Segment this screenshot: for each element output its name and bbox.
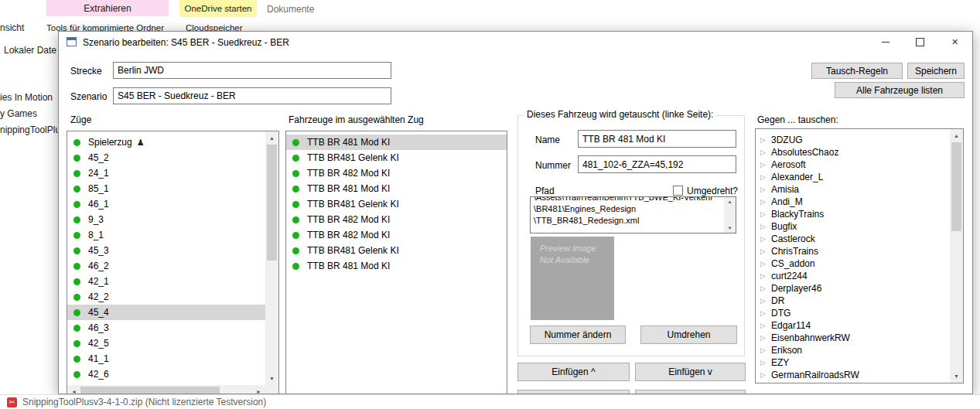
list-item[interactable]: ▷Derplayer46 bbox=[756, 282, 950, 295]
list-item[interactable]: TTB BR481 Gelenk KI bbox=[286, 150, 507, 165]
list-item[interactable]: TTB BR 481 Mod KI bbox=[286, 258, 507, 274]
expand-arrow-icon[interactable]: ▷ bbox=[760, 173, 771, 181]
list-item[interactable]: 46_1 bbox=[67, 196, 265, 212]
umgedreht-checkbox[interactable] bbox=[673, 186, 683, 196]
expand-arrow-icon[interactable]: ▷ bbox=[760, 247, 771, 255]
list-item[interactable]: 46_3 bbox=[67, 320, 265, 336]
list-item[interactable]: 9_3 bbox=[67, 212, 265, 227]
sidebar-item-snippingtool[interactable]: nippingToolPlu bbox=[0, 124, 60, 135]
expand-arrow-icon[interactable]: ▷ bbox=[760, 235, 771, 243]
ribbon-tab-extrahieren[interactable]: Extrahieren bbox=[46, 0, 169, 16]
sidebar-item-games-in-motion[interactable]: ies In Motion bbox=[0, 92, 53, 103]
list-item[interactable]: ▷Edgar114 bbox=[756, 319, 950, 332]
ribbon-tab-onedrive[interactable]: OneDrive starten bbox=[179, 0, 257, 17]
expand-arrow-icon[interactable]: ▷ bbox=[760, 371, 771, 379]
list-item[interactable]: 42_1 bbox=[67, 274, 265, 289]
zuege-list[interactable]: Spielerzug♟45_224_185_146_19_38_145_346_… bbox=[67, 131, 279, 394]
nummer-input[interactable] bbox=[578, 155, 736, 173]
expand-arrow-icon[interactable]: ▷ bbox=[760, 322, 771, 329]
szenario-input[interactable] bbox=[113, 87, 391, 104]
list-item[interactable]: ▷DR bbox=[756, 295, 950, 307]
speichern-button[interactable]: Speichern bbox=[907, 63, 965, 79]
name-input[interactable] bbox=[578, 130, 736, 148]
list-item[interactable]: 45_4 bbox=[67, 305, 265, 320]
list-item[interactable]: TTB BR 482 Mod KI bbox=[286, 227, 507, 243]
gegen-tauschen-tree[interactable]: ▷3DZUG▷AbsolutesChaoz▷Aerosoft▷Alexander… bbox=[755, 128, 964, 383]
list-item[interactable]: 42_5 bbox=[67, 336, 265, 351]
expand-arrow-icon[interactable]: ▷ bbox=[760, 297, 771, 305]
list-item[interactable]: 24_1 bbox=[67, 165, 265, 181]
list-item[interactable]: 45_2 bbox=[67, 150, 265, 165]
list-item[interactable]: ▷Amisia bbox=[756, 183, 950, 196]
list-item[interactable]: ▷Erikson bbox=[756, 344, 950, 356]
close-button[interactable]: ✕ bbox=[937, 32, 972, 53]
expand-arrow-icon[interactable]: ▷ bbox=[760, 210, 771, 218]
list-item[interactable]: ▷DTG bbox=[756, 307, 950, 319]
zuege-horizontal-scrollbar[interactable]: ◄ ► bbox=[67, 385, 265, 394]
maximize-button[interactable] bbox=[903, 32, 937, 53]
list-item[interactable]: TTB BR 482 Mod KI bbox=[286, 165, 507, 181]
list-item[interactable]: ▷EZY bbox=[756, 356, 950, 369]
list-item[interactable]: ▷Andi_M bbox=[756, 196, 950, 208]
list-item[interactable]: ▷Bugfix bbox=[756, 220, 950, 233]
expand-arrow-icon[interactable]: ▷ bbox=[760, 260, 771, 268]
dialog-titlebar[interactable]: Szenario bearbeiten: S45 BER - Suedkreuz… bbox=[59, 32, 972, 53]
list-item[interactable]: TTB BR481 Gelenk KI bbox=[286, 196, 507, 212]
expand-arrow-icon[interactable]: ▷ bbox=[760, 272, 771, 280]
expand-arrow-icon[interactable]: ▷ bbox=[760, 309, 771, 317]
expand-arrow-icon[interactable]: ▷ bbox=[760, 334, 771, 342]
list-item[interactable]: 45_3 bbox=[67, 243, 265, 258]
list-item[interactable]: TTB BR 481 Mod KI bbox=[286, 181, 507, 196]
scrollbar-thumb[interactable] bbox=[80, 387, 220, 394]
nummer-aendern-button[interactable]: Nummer ändern bbox=[530, 325, 626, 344]
strecke-input[interactable] bbox=[113, 62, 391, 79]
list-item[interactable]: ▷curt2244 bbox=[756, 270, 950, 282]
scroll-down-icon[interactable]: ▼ bbox=[724, 223, 736, 233]
list-item[interactable]: ▷CS_addon bbox=[756, 257, 950, 270]
list-item[interactable]: ▷Aerosoft bbox=[756, 158, 950, 171]
list-item[interactable]: Spielerzug♟ bbox=[67, 135, 265, 150]
list-item[interactable]: ▷3DZUG bbox=[756, 134, 950, 146]
list-item[interactable]: 46_2 bbox=[67, 258, 265, 274]
fahrzeuge-list[interactable]: TTB BR 481 Mod KITTB BR481 Gelenk KITTB … bbox=[285, 131, 507, 394]
pfad-scrollbar[interactable]: ▲ ▼ bbox=[724, 197, 736, 233]
einfuegen-up-button[interactable]: Einfügen ^ bbox=[517, 363, 630, 381]
scrollbar-thumb[interactable] bbox=[267, 145, 277, 261]
expand-arrow-icon[interactable]: ▷ bbox=[760, 346, 771, 354]
list-item[interactable]: 8_1 bbox=[67, 227, 265, 243]
expand-arrow-icon[interactable]: ▷ bbox=[760, 136, 771, 144]
scrollbar-thumb[interactable] bbox=[951, 142, 961, 231]
expand-arrow-icon[interactable]: ▷ bbox=[760, 198, 771, 206]
list-item[interactable]: 42_2 bbox=[67, 289, 265, 305]
scroll-up-icon[interactable]: ▲ bbox=[950, 129, 963, 142]
list-item[interactable]: ▷AbsolutesChaoz bbox=[756, 146, 950, 158]
scroll-left-icon[interactable]: ◄ bbox=[67, 385, 80, 394]
expand-arrow-icon[interactable]: ▷ bbox=[760, 186, 771, 193]
scroll-down-icon[interactable]: ▼ bbox=[950, 370, 963, 383]
minimize-button[interactable] bbox=[868, 32, 903, 53]
list-item[interactable]: 42_6 bbox=[67, 366, 265, 382]
expand-arrow-icon[interactable]: ▷ bbox=[760, 148, 771, 156]
list-item[interactable]: ▷GermanRailroadsRW bbox=[756, 369, 950, 381]
expand-arrow-icon[interactable]: ▷ bbox=[760, 223, 771, 230]
list-item[interactable]: ▷BlackyTrains bbox=[756, 208, 950, 220]
list-item[interactable]: TTB BR 482 Mod KI bbox=[286, 212, 507, 227]
scroll-right-icon[interactable]: ► bbox=[252, 385, 265, 394]
sidebar-item-my-games[interactable]: y Games bbox=[0, 108, 37, 119]
scroll-down-icon[interactable]: ▼ bbox=[265, 372, 278, 385]
list-item[interactable]: ▷EisenbahnwerkRW bbox=[756, 332, 950, 344]
scroll-up-icon[interactable]: ▲ bbox=[265, 131, 278, 145]
tausch-regeln-button[interactable]: Tausch-Regeln bbox=[811, 63, 903, 79]
list-item[interactable]: ▷Castlerock bbox=[756, 233, 950, 245]
list-item[interactable]: 41_1 bbox=[67, 351, 265, 366]
list-item[interactable]: TTB BR481 Gelenk KI bbox=[286, 243, 507, 258]
list-item[interactable]: TTB BR 481 Mod KI bbox=[286, 135, 507, 150]
umdrehen-button[interactable]: Umdrehen bbox=[640, 325, 737, 344]
list-item[interactable]: 85_1 bbox=[67, 181, 265, 196]
ribbon-item-lokaler[interactable]: Lokaler Date bbox=[4, 45, 56, 56]
scroll-up-icon[interactable]: ▲ bbox=[724, 197, 736, 206]
expand-arrow-icon[interactable]: ▷ bbox=[760, 359, 771, 366]
list-item[interactable]: ▷Alexander_L bbox=[756, 171, 950, 183]
expand-arrow-icon[interactable]: ▷ bbox=[760, 285, 771, 292]
zuege-vertical-scrollbar[interactable]: ▲ ▼ bbox=[265, 131, 278, 385]
